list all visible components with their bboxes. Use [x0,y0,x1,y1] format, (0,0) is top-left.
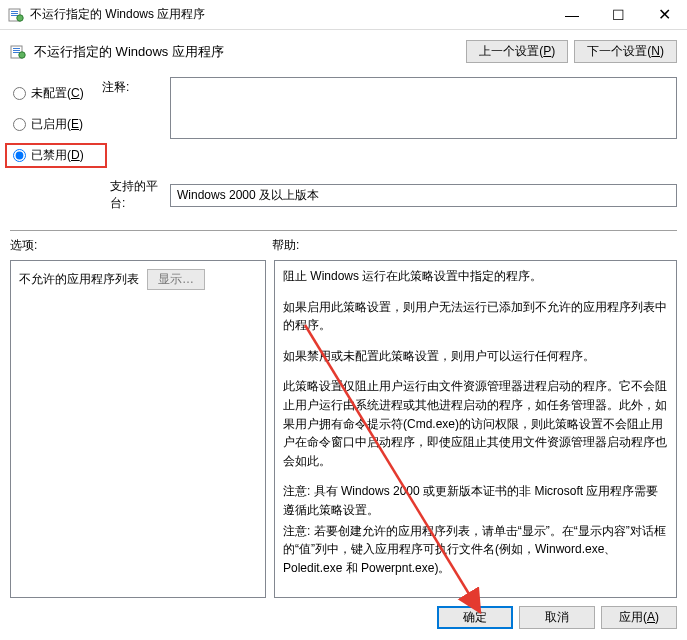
svg-point-4 [17,14,23,20]
next-setting-button[interactable]: 下一个设置(N) [574,40,677,63]
comment-label: 注释: [102,79,170,96]
svg-point-9 [19,51,25,57]
platform-box: Windows 2000 及以上版本 [170,184,677,207]
highlight-disabled: 已禁用(D) [5,143,107,168]
footer: 确定 取消 应用(A) [0,598,687,637]
platform-label: 支持的平台: [10,178,170,212]
policy-icon [10,44,26,60]
show-button: 显示… [147,269,205,290]
svg-rect-2 [11,13,18,14]
svg-rect-7 [13,50,20,51]
svg-rect-8 [13,52,20,53]
minimize-button[interactable]: — [549,0,595,30]
header: 不运行指定的 Windows 应用程序 上一个设置(P) 下一个设置(N) [0,30,687,71]
radio-disabled-input[interactable] [13,149,26,162]
state-radios: 未配置(C) 已启用(E) 已禁用(D) [10,77,102,166]
help-p6: 注意: 若要创建允许的应用程序列表，请单击“显示”。在“显示内容”对话框的“值”… [283,522,668,578]
close-button[interactable]: ✕ [641,0,687,30]
help-p1: 阻止 Windows 运行在此策略设置中指定的程序。 [283,267,668,286]
radio-not-configured-input[interactable] [13,87,26,100]
maximize-button[interactable]: ☐ [595,0,641,30]
ok-button[interactable]: 确定 [437,606,513,629]
help-p5: 注意: 具有 Windows 2000 或更新版本证书的非 Microsoft … [283,482,668,519]
window-title: 不运行指定的 Windows 应用程序 [30,6,549,23]
help-p2: 如果启用此策略设置，则用户无法运行已添加到不允许的应用程序列表中的程序。 [283,298,668,335]
disallowed-list-label: 不允许的应用程序列表 [19,271,139,288]
radio-disabled-label: 已禁用(D) [31,147,84,164]
radio-not-configured[interactable]: 未配置(C) [10,83,102,104]
radio-enabled-input[interactable] [13,118,26,131]
apply-button[interactable]: 应用(A) [601,606,677,629]
svg-rect-3 [11,15,18,16]
titlebar: 不运行指定的 Windows 应用程序 — ☐ ✕ [0,0,687,30]
radio-enabled[interactable]: 已启用(E) [10,114,102,135]
help-p3: 如果禁用或未配置此策略设置，则用户可以运行任何程序。 [283,347,668,366]
policy-icon [8,7,24,23]
svg-rect-1 [11,11,18,12]
radio-enabled-label: 已启用(E) [31,116,83,133]
previous-setting-button[interactable]: 上一个设置(P) [466,40,568,63]
help-panel[interactable]: 阻止 Windows 运行在此策略设置中指定的程序。 如果启用此策略设置，则用户… [274,260,677,598]
divider [10,230,677,231]
radio-disabled[interactable]: 已禁用(D) [10,145,102,166]
help-p4: 此策略设置仅阻止用户运行由文件资源管理器进程启动的程序。它不会阻止用户运行由系统… [283,377,668,470]
radio-not-configured-label: 未配置(C) [31,85,84,102]
help-label: 帮助: [272,237,677,254]
cancel-button[interactable]: 取消 [519,606,595,629]
platform-text: Windows 2000 及以上版本 [177,187,319,204]
policy-title: 不运行指定的 Windows 应用程序 [34,43,460,61]
options-panel: 不允许的应用程序列表 显示… [10,260,266,598]
comment-textarea[interactable] [170,77,677,139]
svg-rect-6 [13,48,20,49]
options-label: 选项: [10,237,272,254]
